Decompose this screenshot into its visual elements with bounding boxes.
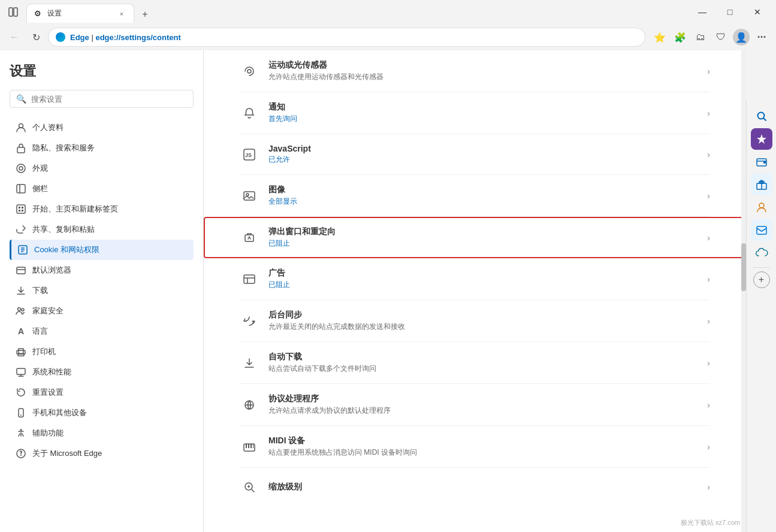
svg-text:JS: JS (245, 152, 252, 158)
setting-item-background-sync[interactable]: 后台同步 允许最近关闭的站点完成数据的发送和接收 › (240, 300, 710, 342)
ads-chevron: › (707, 274, 710, 284)
background-sync-title: 后台同步 (268, 310, 707, 321)
protocol-handler-chevron: › (707, 400, 710, 410)
setting-item-protocol-handler[interactable]: 协议处理程序 允许站点请求成为协议的默认处理程序 › (240, 384, 710, 426)
nav-item-language[interactable]: A 语言 (10, 321, 194, 341)
search-settings-box[interactable]: 🔍 (10, 90, 194, 108)
auto-download-title: 自动下载 (268, 352, 707, 362)
nav-item-reset[interactable]: 重置设置 (10, 382, 194, 403)
svg-rect-47 (253, 444, 253, 448)
profile-nav-icon (16, 122, 26, 133)
sidebar-cloud-icon[interactable] (751, 242, 772, 264)
svg-line-51 (252, 489, 254, 492)
address-text: Edge | edge://settings/content (70, 33, 181, 42)
ads-title: 广告 (268, 268, 707, 279)
minimize-button[interactable]: — (689, 2, 716, 22)
system-nav-label: 系统和性能 (32, 367, 71, 377)
svg-rect-17 (17, 267, 25, 274)
setting-item-notification[interactable]: 通知 首先询问 › (240, 92, 710, 134)
phone-nav-icon (16, 407, 26, 418)
javascript-chevron: › (707, 150, 710, 159)
close-button[interactable]: ✕ (744, 2, 771, 22)
svg-rect-37 (245, 235, 253, 241)
setting-item-auto-download[interactable]: 自动下载 站点尝试自动下载多个文件时询问 › (240, 342, 710, 384)
language-nav-icon: A (16, 326, 26, 337)
setting-item-javascript[interactable]: JS JavaScript 已允许 › (240, 134, 710, 175)
nav-item-profile[interactable]: 个人资料 (10, 117, 194, 138)
share-nav-icon (16, 224, 26, 235)
popup-desc: 已阻止 (268, 238, 707, 249)
printer-nav-label: 打印机 (32, 346, 56, 357)
main-container: 设置 🔍 个人资料 隐私、搜索和服务 外观 (0, 50, 776, 532)
nav-item-start[interactable]: 开始、主页和新建标签页 (10, 199, 194, 219)
image-icon (240, 186, 259, 205)
setting-item-midi[interactable]: MIDI 设备 站点要使用系统独占消息访问 MIDI 设备时询问 › (240, 426, 710, 468)
notification-desc: 首先询问 (268, 114, 707, 124)
extensions-icon[interactable]: 🧩 (671, 28, 690, 47)
browser-essentials-icon[interactable]: 🛡 (711, 28, 730, 47)
scrollbar-thumb[interactable] (741, 243, 746, 291)
protocol-handler-desc: 允许站点请求成为协议的默认处理程序 (268, 406, 707, 416)
active-tab[interactable]: ⚙ 设置 × (26, 4, 134, 23)
profile-button[interactable]: 👤 (732, 28, 751, 47)
search-settings-input[interactable] (31, 95, 187, 104)
midi-desc: 站点要使用系统独占消息访问 MIDI 设备时询问 (268, 448, 707, 458)
notification-content: 通知 首先询问 (268, 102, 707, 124)
maximize-button[interactable]: □ (716, 2, 744, 22)
sidebar-gift-icon[interactable] (751, 174, 772, 195)
start-nav-icon (16, 204, 26, 214)
nav-item-privacy[interactable]: 隐私、搜索和服务 (10, 138, 194, 158)
refresh-button[interactable]: ↻ (26, 28, 46, 47)
sidebar-avatar-icon[interactable] (751, 197, 772, 218)
setting-item-zoom[interactable]: 缩放级别 › (240, 468, 710, 506)
settings-title: 设置 (10, 62, 194, 80)
motion-sensor-icon (240, 62, 259, 81)
sidebar-toggle-button[interactable] (5, 4, 22, 20)
nav-item-family[interactable]: 家庭安全 (10, 301, 194, 321)
nav-item-phone[interactable]: 手机和其他设备 (10, 403, 194, 423)
nav-item-browser[interactable]: 默认浏览器 (10, 260, 194, 280)
nav-item-cookies[interactable]: Cookie 和网站权限 (10, 240, 194, 260)
javascript-icon: JS (240, 145, 259, 164)
search-icon: 🔍 (16, 94, 26, 104)
scrollbar-track[interactable] (741, 50, 746, 532)
nav-item-about[interactable]: 关于 Microsoft Edge (10, 443, 194, 464)
setting-item-popup[interactable]: 弹出窗口和重定向 已阻止 › (204, 217, 746, 258)
tab-close-button[interactable]: × (117, 9, 126, 19)
svg-rect-44 (246, 444, 247, 448)
appearance-nav-label: 外观 (32, 163, 48, 174)
privacy-nav-icon (16, 143, 26, 153)
image-desc: 全部显示 (268, 197, 707, 207)
sidebar-add-button[interactable]: + (753, 271, 770, 288)
motion-sensor-content: 运动或光传感器 允许站点使用运动传感器和光传感器 (268, 60, 707, 82)
popup-title: 弹出窗口和重定向 (268, 226, 707, 237)
sidebar-copilot-icon[interactable] (751, 128, 772, 150)
svg-point-20 (18, 308, 21, 311)
nav-item-appearance[interactable]: 外观 (10, 158, 194, 179)
favorites-icon[interactable]: ⭐ (650, 28, 669, 47)
collections-icon[interactable]: 🗂 (691, 28, 710, 47)
nav-item-download[interactable]: 下载 (10, 280, 194, 301)
address-input[interactable]: Edge | edge://settings/content (48, 28, 645, 47)
profile-avatar: 👤 (733, 29, 750, 46)
more-menu-button[interactable]: ··· (752, 28, 771, 47)
setting-item-motion-sensor[interactable]: 运动或光传感器 允许站点使用运动传感器和光传感器 › (240, 50, 710, 92)
nav-item-printer[interactable]: 打印机 (10, 341, 194, 362)
nav-item-sidebar[interactable]: 侧栏 (10, 179, 194, 199)
new-tab-button[interactable]: + (137, 6, 153, 23)
svg-rect-9 (19, 207, 20, 208)
nav-item-share[interactable]: 共享、复制和粘贴 (10, 219, 194, 240)
printer-nav-icon (16, 346, 26, 357)
setting-item-image[interactable]: 图像 全部显示 › (240, 175, 710, 217)
sidebar-wallet-icon[interactable] (751, 151, 772, 173)
back-button[interactable]: ← (5, 28, 24, 47)
privacy-nav-label: 隐私、搜索和服务 (32, 143, 95, 153)
auto-download-content: 自动下载 站点尝试自动下载多个文件时询问 (268, 352, 707, 374)
javascript-content: JavaScript 已允许 (268, 144, 707, 165)
sidebar-outlook-icon[interactable] (751, 219, 772, 241)
nav-item-system[interactable]: 系统和性能 (10, 362, 194, 382)
sidebar-search-icon[interactable] (751, 105, 772, 127)
nav-item-accessibility[interactable]: 辅助功能 (10, 423, 194, 443)
setting-item-ads[interactable]: 广告 已阻止 › (240, 258, 710, 300)
start-nav-label: 开始、主页和新建标签页 (32, 204, 118, 214)
